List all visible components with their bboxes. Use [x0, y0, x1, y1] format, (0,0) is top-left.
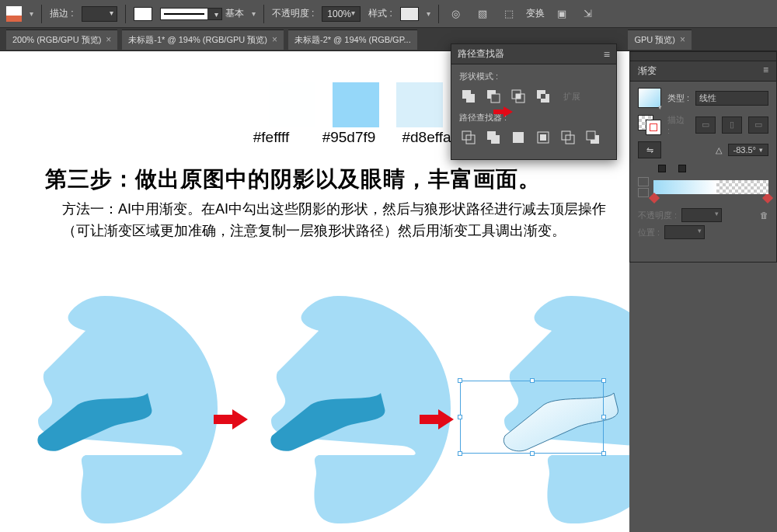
- illustration-row: [0, 261, 629, 525]
- close-tab-icon[interactable]: ×: [680, 34, 685, 45]
- panel-menu-icon[interactable]: ≡: [763, 64, 768, 78]
- selection-bounding-box[interactable]: [460, 381, 604, 454]
- panel-menu-icon[interactable]: ≡: [604, 48, 610, 61]
- minus-back-icon[interactable]: [584, 128, 602, 147]
- stroke-weight-dropdown[interactable]: [82, 6, 117, 22]
- callout-arrow-icon: [493, 108, 514, 116]
- svg-rect-13: [491, 135, 500, 144]
- transform-label: 变换: [526, 7, 545, 20]
- stroke-grad-mode-icon: ▯: [722, 116, 742, 134]
- document-tab[interactable]: 200% (RGB/GPU 预览) ×: [6, 30, 117, 50]
- svg-rect-14: [513, 132, 524, 143]
- angle-icon: △: [716, 145, 722, 155]
- svg-rect-3: [491, 94, 500, 103]
- tab-label: 未标题-1* @ 194% (RGB/GPU 预览): [128, 34, 267, 46]
- stroke-grad-mode-icon: ▭: [695, 116, 716, 134]
- stroke-style-dropdown[interactable]: [160, 8, 222, 20]
- gradient-preview-swatch[interactable]: [638, 88, 661, 108]
- gradient-type-dropdown[interactable]: 线性: [695, 91, 768, 106]
- stroke-swatch[interactable]: [134, 7, 152, 21]
- step-body: 方法一：AI中用渐变。在AI中勾出这些阴影的形状，然后与狼形状路径进行减去顶层操…: [62, 199, 606, 242]
- gradient-angle-field[interactable]: -83.5°▾: [728, 144, 768, 156]
- outline-icon[interactable]: [559, 128, 577, 147]
- fill-stroke-proxy[interactable]: [638, 115, 661, 135]
- document-tab[interactable]: GPU 预览) ×: [628, 30, 692, 50]
- svg-rect-1: [466, 94, 475, 103]
- document-tab[interactable]: 未标题-1* @ 194% (RGB/GPU 预览) ×: [122, 30, 284, 50]
- style-preset-label: 样式 :: [368, 7, 392, 20]
- stroke-label: 描边 :: [50, 7, 74, 20]
- minus-front-icon[interactable]: [484, 87, 503, 106]
- arrange-icon[interactable]: ⇲: [579, 5, 598, 23]
- svg-rect-16: [540, 134, 546, 141]
- pathfinder-panel[interactable]: 路径查找器 ≡ 形状模式 : 扩展 路径查找器 :: [451, 43, 617, 160]
- gradient-stop[interactable]: [649, 193, 660, 203]
- crop-icon[interactable]: [534, 128, 552, 147]
- isolate-icon[interactable]: ▣: [552, 5, 571, 23]
- svg-rect-6: [516, 94, 521, 99]
- panel-dock-strip[interactable]: [629, 51, 777, 61]
- type-label: 类型 :: [667, 92, 689, 104]
- opacity-label: 不透明度 :: [272, 7, 315, 20]
- hex-label: #d8effa: [395, 129, 458, 146]
- reverse-gradient-icon[interactable]: ⇋: [638, 141, 661, 158]
- hex-label: #feffff: [240, 129, 302, 146]
- aspect-lock-icon[interactable]: [658, 165, 669, 174]
- aspect-ratio-icon[interactable]: [678, 165, 689, 174]
- pathfinders-label: 路径查找器 :: [459, 112, 608, 123]
- options-bar: ▾ 描边 : 基本 ▾ 不透明度 : 100% ▾ 样式 : ▾ ◎ ▧ ⬚ 变…: [0, 0, 777, 28]
- stroke-style-open-icon[interactable]: ▾: [252, 9, 256, 18]
- gradient-panel[interactable]: 渐变 ≡ 类型 : 线性 描边 : ▭ ▯ ▭ ⇋ △ -83.5°▾: [629, 61, 777, 263]
- swap-colors-icon[interactable]: [638, 177, 649, 197]
- document-tab[interactable]: 未标题-2* @ 194% (RGB/GP...: [288, 30, 417, 50]
- stop-opacity-field: [681, 208, 722, 222]
- exclude-icon[interactable]: [534, 87, 552, 106]
- svg-rect-20: [587, 131, 595, 140]
- align-key-icon[interactable]: ▧: [473, 5, 492, 23]
- document-tab-bar: 200% (RGB/GPU 预览) × 未标题-1* @ 194% (RGB/G…: [0, 28, 777, 51]
- grad-stroke-label: 描边 :: [667, 114, 689, 135]
- swatch-sample: [333, 82, 379, 127]
- tab-label: 200% (RGB/GPU 预览): [12, 34, 101, 46]
- tab-label: 未标题-2* @ 194% (RGB/GP...: [294, 34, 411, 46]
- step-heading: 第三步：做出原图中的阴影以及眼睛，丰富画面。: [45, 165, 541, 194]
- unite-icon[interactable]: [459, 87, 478, 106]
- panel-title: 路径查找器: [458, 47, 504, 61]
- swatch-sample: [269, 82, 315, 127]
- style-preset-swatch[interactable]: [400, 7, 419, 21]
- divide-icon[interactable]: [459, 128, 478, 147]
- tool-dropdown-icon[interactable]: ▾: [30, 9, 33, 18]
- arrow-right-icon: [214, 412, 248, 426]
- marquee-icon[interactable]: ⬚: [500, 5, 518, 23]
- svg-rect-9: [541, 94, 545, 99]
- merge-icon[interactable]: [509, 128, 528, 147]
- tab-label: GPU 预览): [634, 34, 675, 46]
- delete-stop-icon[interactable]: 🗑: [760, 210, 768, 220]
- panel-header[interactable]: 路径查找器 ≡: [451, 44, 616, 64]
- close-tab-icon[interactable]: ×: [272, 34, 277, 45]
- intersect-icon[interactable]: [509, 87, 528, 106]
- current-tool-icon: [6, 6, 22, 22]
- align-objects-icon[interactable]: ◎: [447, 5, 465, 23]
- opacity-field[interactable]: 100% ▾: [322, 6, 361, 22]
- stroke-grad-mode-icon: ▭: [748, 116, 768, 134]
- expand-button: 扩展: [563, 91, 580, 103]
- shape-modes-label: 形状模式 :: [459, 71, 608, 82]
- style-preset-open-icon[interactable]: ▾: [427, 9, 430, 18]
- trim-icon[interactable]: [484, 128, 503, 147]
- hex-label: #95d7f9: [318, 129, 380, 146]
- gradient-stop[interactable]: [762, 193, 773, 203]
- close-tab-icon[interactable]: ×: [106, 34, 111, 45]
- panel-header[interactable]: 渐变 ≡: [630, 61, 776, 82]
- stop-position-field: [664, 225, 705, 239]
- swatch-sample: [396, 82, 443, 127]
- stop-position-label: 位置 :: [638, 227, 660, 238]
- panel-title: 渐变: [638, 64, 657, 78]
- arrow-right-icon: [420, 412, 454, 426]
- gradient-ramp[interactable]: [653, 180, 768, 194]
- basic-label: 基本: [225, 7, 244, 20]
- stop-opacity-label: 不透明度 :: [638, 210, 677, 221]
